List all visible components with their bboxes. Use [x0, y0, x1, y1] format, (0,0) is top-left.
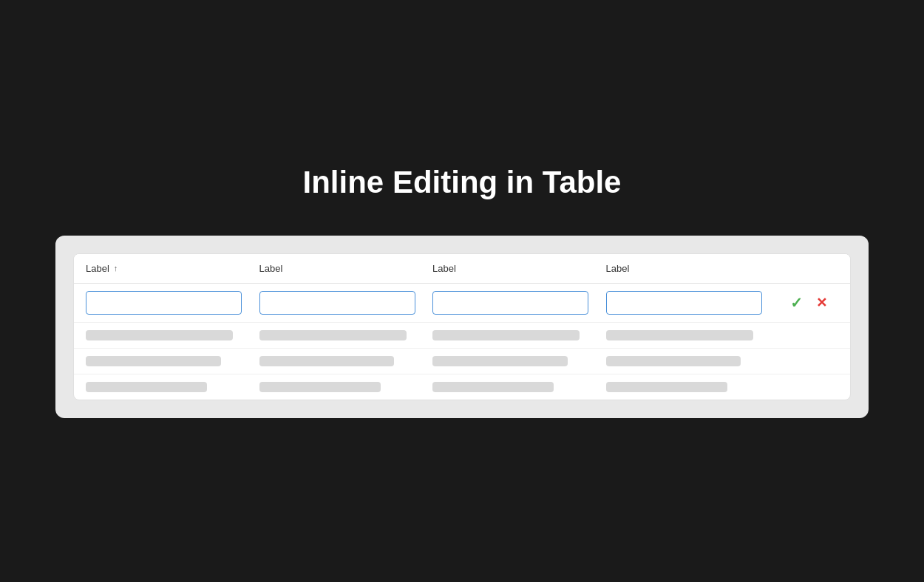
edit-cell-2[interactable] — [259, 291, 433, 315]
data-cell — [86, 356, 259, 366]
edit-cell-3[interactable] — [432, 291, 606, 315]
inline-input-4[interactable] — [606, 291, 762, 315]
sort-asc-icon[interactable]: ↑ — [114, 264, 118, 273]
table-row — [74, 323, 850, 349]
placeholder-bar — [259, 356, 395, 366]
column-header-2: Label — [259, 263, 433, 274]
data-cell — [259, 356, 433, 366]
column-label-4: Label — [606, 263, 630, 274]
column-label-2: Label — [259, 263, 283, 274]
data-cell — [86, 382, 259, 392]
data-cell — [432, 330, 606, 340]
column-header-1: Label ↑ — [86, 263, 259, 274]
column-header-3: Label — [432, 263, 606, 274]
page-title: Inline Editing in Table — [303, 165, 622, 200]
data-cell — [606, 330, 780, 340]
placeholder-bar — [432, 356, 568, 366]
placeholder-bar — [86, 330, 233, 340]
table-card: Label ↑ Label Label Label — [73, 253, 851, 400]
placeholder-bar — [432, 330, 580, 340]
placeholder-bar — [432, 382, 554, 392]
placeholder-bar — [259, 330, 407, 340]
data-cell — [606, 356, 780, 366]
outer-container: Label ↑ Label Label Label — [55, 236, 869, 418]
inline-input-1[interactable] — [86, 291, 242, 315]
placeholder-bar — [606, 356, 741, 366]
inline-input-3[interactable] — [432, 291, 588, 315]
data-cell — [86, 330, 259, 340]
edit-cell-4[interactable] — [606, 291, 780, 315]
row-action-buttons: ✓ ✕ — [779, 292, 838, 313]
data-cell — [259, 382, 433, 392]
table-row: ✓ ✕ — [74, 284, 850, 323]
column-header-4: Label — [606, 263, 780, 274]
table-row — [74, 374, 850, 400]
column-label-1: Label — [86, 263, 109, 274]
data-cell — [259, 330, 433, 340]
cancel-edit-button[interactable]: ✕ — [813, 293, 830, 312]
table-header: Label ↑ Label Label Label — [74, 254, 850, 284]
inline-input-2[interactable] — [259, 291, 415, 315]
column-label-3: Label — [432, 263, 456, 274]
placeholder-bar — [86, 356, 221, 366]
placeholder-bar — [86, 382, 207, 392]
table-row — [74, 349, 850, 374]
data-cell — [606, 382, 780, 392]
edit-cell-1[interactable] — [86, 291, 259, 315]
placeholder-bar — [606, 382, 727, 392]
data-cell — [432, 382, 606, 392]
placeholder-bar — [259, 382, 381, 392]
data-cell — [432, 356, 606, 366]
placeholder-bar — [606, 330, 753, 340]
confirm-edit-button[interactable]: ✓ — [787, 292, 806, 313]
